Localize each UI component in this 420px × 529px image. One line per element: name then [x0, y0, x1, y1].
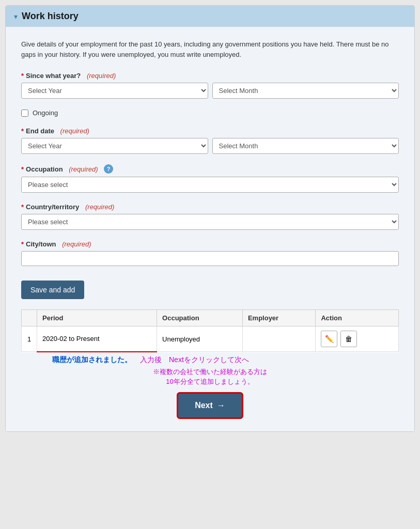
city-input[interactable] — [21, 251, 399, 266]
occupation-select[interactable]: Please select Unemployed Employed Self-e… — [21, 177, 399, 193]
description-text: Give details of your employment for the … — [21, 39, 399, 59]
country-required-text: (required) — [85, 203, 114, 211]
col-period: Period — [37, 310, 157, 326]
end-date-label-text: End date — [26, 127, 54, 135]
end-year-select[interactable]: Select Year 201420152016 201720182019 20… — [21, 138, 208, 154]
end-month-select[interactable]: Select Month JanuaryFebruaryMarch AprilM… — [212, 138, 399, 154]
section-body: Give details of your employment for the … — [6, 27, 414, 431]
since-label: * Since what year? (required) — [21, 72, 399, 80]
city-label: * City/town (required) — [21, 240, 399, 248]
since-label-text: Since what year? — [26, 72, 81, 80]
end-date-label: * End date (required) — [21, 127, 399, 135]
annotation-added-text: 職歴が追加されました。 — [52, 355, 132, 365]
occupation-required-text: (required) — [69, 165, 98, 173]
since-date-selects: Select Year 201420152016 201720182019 20… — [21, 83, 399, 99]
next-btn-arrow-icon: → — [217, 401, 225, 410]
annotation-bottom: ※複数の会社で働いた経験がある方は 10年分全て追加しましょう。 — [21, 365, 399, 389]
occupation-star: * — [21, 165, 24, 173]
next-btn-wrapper: Next → — [21, 392, 399, 419]
annotation-multi-line1: ※複数の会社で働いた経験がある方は — [21, 367, 399, 377]
col-employer: Employer — [242, 310, 316, 326]
table-row: 1 2020-02 to Present Unemployed ✏️ 🗑 — [22, 326, 399, 352]
annotation-multi-line2: 10年分全て追加しましょう。 — [21, 377, 399, 387]
history-table: Period Occupation Employer Action 1 2020… — [21, 309, 399, 352]
ongoing-label: Ongoing — [33, 109, 58, 117]
ongoing-checkbox[interactable] — [21, 110, 28, 117]
row-action: ✏️ 🗑 — [316, 326, 399, 352]
country-field-group: * Country/territory (required) Please se… — [21, 203, 399, 230]
col-occupation: Occupation — [157, 310, 243, 326]
next-btn-label: Next — [195, 401, 213, 410]
row-employer — [242, 326, 316, 352]
city-field-group: * City/town (required) — [21, 240, 399, 266]
end-date-selects: Select Year 201420152016 201720182019 20… — [21, 138, 399, 154]
annotation-instruction-text: 入力後 Nextをクリックして次へ — [140, 355, 249, 365]
since-month-select[interactable]: Select Month JanuaryFebruaryMarch AprilM… — [212, 83, 399, 99]
edit-button[interactable]: ✏️ — [321, 331, 337, 347]
save-and-add-button[interactable]: Save and add — [21, 281, 84, 299]
occupation-label-text: Occupation — [26, 165, 63, 173]
country-select[interactable]: Please select Australia Japan United Sta… — [21, 214, 399, 230]
section-title: Work history — [22, 11, 79, 22]
since-star: * — [21, 72, 24, 80]
occupation-field-group: * Occupation (required) ? Please select … — [21, 164, 399, 193]
occupation-help-icon[interactable]: ? — [104, 164, 113, 174]
city-star: * — [21, 240, 24, 248]
country-star: * — [21, 203, 24, 211]
section-header: ▾ Work history — [6, 6, 414, 27]
delete-button[interactable]: 🗑 — [340, 331, 357, 347]
country-label-text: Country/territory — [26, 203, 79, 211]
ongoing-row: Ongoing — [21, 109, 399, 117]
work-history-page: ▾ Work history Give details of your empl… — [5, 5, 415, 432]
row-num: 1 — [22, 326, 37, 352]
end-date-field-group: * End date (required) Select Year 201420… — [21, 127, 399, 154]
col-action: Action — [316, 310, 399, 326]
city-required-text: (required) — [62, 240, 91, 248]
col-num — [22, 310, 37, 326]
city-label-text: City/town — [26, 240, 56, 248]
since-required-text: (required) — [87, 72, 116, 80]
occupation-label: * Occupation (required) ? — [21, 164, 399, 174]
country-label: * Country/territory (required) — [21, 203, 399, 211]
since-year-field-group: * Since what year? (required) Select Yea… — [21, 72, 399, 99]
next-button[interactable]: Next → — [177, 392, 243, 419]
collapse-arrow-icon[interactable]: ▾ — [14, 12, 18, 21]
row-period: 2020-02 to Present — [37, 326, 157, 352]
end-date-required-text: (required) — [60, 127, 89, 135]
annotation-row: 職歴が追加されました。 入力後 Nextをクリックして次へ — [21, 352, 399, 365]
end-date-star: * — [21, 127, 24, 135]
since-year-select[interactable]: Select Year 201420152016 201720182019 20… — [21, 83, 208, 99]
row-occupation: Unemployed — [157, 326, 243, 352]
